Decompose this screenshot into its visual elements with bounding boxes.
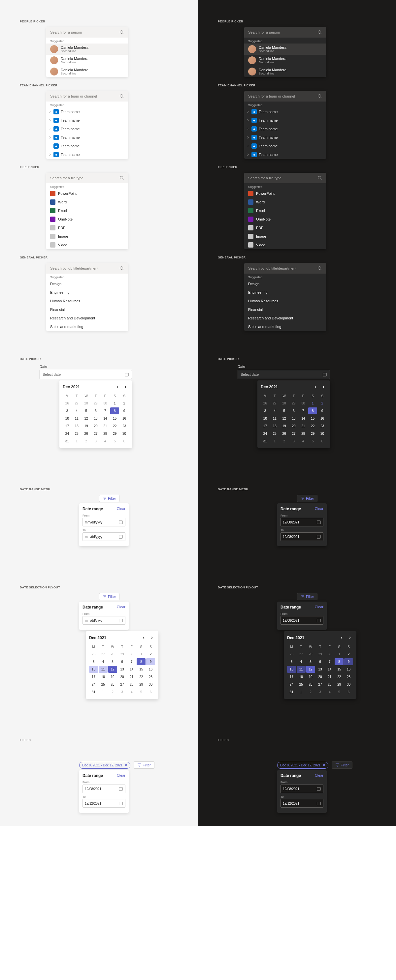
calendar-day[interactable]: 2 <box>280 438 289 445</box>
calendar-day[interactable]: 6 <box>118 658 127 665</box>
calendar-day[interactable]: 28 <box>108 651 117 658</box>
calendar-day[interactable]: 4 <box>299 438 308 445</box>
calendar-day[interactable]: 1 <box>308 400 317 407</box>
calendar-day[interactable]: 9 <box>120 407 129 414</box>
general-item[interactable]: Design <box>46 280 128 288</box>
calendar-day[interactable]: 30 <box>318 430 327 437</box>
calendar-day[interactable]: 27 <box>289 430 298 437</box>
calendar-day[interactable]: 24 <box>63 430 72 437</box>
calendar-day[interactable]: 8 <box>137 658 145 665</box>
clear-button[interactable]: Clear <box>315 773 323 778</box>
next-month-button[interactable] <box>320 384 327 390</box>
calendar-day[interactable]: 29 <box>308 430 317 437</box>
calendar-day[interactable]: 15 <box>335 666 343 673</box>
calendar-day[interactable]: 6 <box>316 658 325 665</box>
calendar-day[interactable]: 14 <box>101 415 110 422</box>
general-item[interactable]: Financial <box>46 305 128 314</box>
calendar-day[interactable]: 27 <box>270 400 279 407</box>
calendar-day[interactable]: 12 <box>82 415 91 422</box>
calendar-day[interactable]: 30 <box>325 651 334 658</box>
calendar-day[interactable]: 16 <box>344 666 353 673</box>
calendar-day[interactable]: 21 <box>101 423 110 430</box>
calendar-day[interactable]: 6 <box>318 438 327 445</box>
calendar-day[interactable]: 29 <box>91 400 100 407</box>
general-item[interactable]: Human Resources <box>46 297 128 305</box>
date-range-pill[interactable]: Dec 8, 2021 - Dec 12, 2021 ✕ <box>79 762 130 769</box>
calendar-day[interactable]: 31 <box>261 438 270 445</box>
to-input[interactable]: 12/12/2021 <box>83 799 125 808</box>
general-item[interactable]: Engineering <box>244 288 326 297</box>
calendar-day[interactable]: 28 <box>306 651 315 658</box>
calendar-day[interactable]: 28 <box>325 681 334 688</box>
search-input[interactable] <box>248 94 318 98</box>
clear-button[interactable]: Clear <box>117 773 125 778</box>
calendar-day[interactable]: 22 <box>335 673 343 680</box>
calendar-day[interactable]: 17 <box>63 423 72 430</box>
next-month-button[interactable] <box>122 384 129 390</box>
prev-month-button[interactable] <box>141 635 147 641</box>
calendar-day[interactable]: 22 <box>137 673 145 680</box>
calendar-day[interactable]: 26 <box>108 681 117 688</box>
calendar-day[interactable]: 1 <box>270 438 279 445</box>
to-input[interactable]: mm/dd/yyyy <box>83 532 125 541</box>
date-range-pill[interactable]: Dec 8, 2021 - Dec 12, 2021 ✕ <box>277 762 328 769</box>
from-input[interactable]: mm/dd/yyyy <box>83 616 125 625</box>
team-item[interactable]: ◆Team name <box>244 142 326 150</box>
calendar-day[interactable]: 18 <box>270 423 279 430</box>
search-input[interactable] <box>50 30 120 34</box>
calendar-day[interactable]: 3 <box>261 407 270 414</box>
search-row[interactable] <box>244 263 326 274</box>
calendar-day[interactable]: 25 <box>297 681 306 688</box>
calendar-day[interactable]: 5 <box>110 438 119 445</box>
calendar-day[interactable]: 28 <box>127 681 136 688</box>
search-input[interactable] <box>248 30 318 34</box>
calendar-day[interactable]: 26 <box>82 430 91 437</box>
calendar-day[interactable]: 25 <box>72 430 81 437</box>
calendar-day[interactable]: 25 <box>270 430 279 437</box>
to-input[interactable]: 12/12/2021 <box>281 799 323 808</box>
general-item[interactable]: Engineering <box>46 288 128 297</box>
calendar-day[interactable]: 29 <box>137 681 145 688</box>
calendar-day[interactable]: 8 <box>110 407 119 414</box>
calendar-day[interactable]: 27 <box>297 651 306 658</box>
calendar-day[interactable]: 23 <box>146 673 155 680</box>
file-item[interactable]: PDF <box>46 223 128 232</box>
calendar-day[interactable]: 1 <box>297 689 306 695</box>
calendar-day[interactable]: 27 <box>72 400 81 407</box>
team-item[interactable]: ◆Team name <box>46 125 128 133</box>
calendar-day[interactable]: 9 <box>146 658 155 665</box>
calendar-day[interactable]: 6 <box>146 689 155 695</box>
calendar-day[interactable]: 13 <box>316 666 325 673</box>
from-input[interactable]: mm/dd/yyyy <box>83 518 125 527</box>
general-item[interactable]: Human Resources <box>244 297 326 305</box>
calendar-day[interactable]: 18 <box>72 423 81 430</box>
team-item[interactable]: ◆Team name <box>46 116 128 125</box>
general-item[interactable]: Sales and marketing <box>244 322 326 331</box>
calendar-day[interactable]: 26 <box>261 400 270 407</box>
calendar-day[interactable]: 4 <box>270 407 279 414</box>
calendar-day[interactable]: 10 <box>287 666 296 673</box>
from-input[interactable]: 12/08/2021 <box>281 784 323 793</box>
person-item[interactable]: Daniela ManderaSecond line <box>46 43 128 55</box>
next-month-button[interactable] <box>346 635 353 641</box>
calendar-day[interactable]: 5 <box>280 407 289 414</box>
search-input[interactable] <box>50 94 120 98</box>
calendar-day[interactable]: 28 <box>82 400 91 407</box>
calendar-day[interactable]: 24 <box>287 681 296 688</box>
calendar-day[interactable]: 19 <box>280 423 289 430</box>
filter-button[interactable]: Filter <box>134 762 154 769</box>
calendar-day[interactable]: 27 <box>99 651 108 658</box>
calendar-day[interactable]: 9 <box>318 407 327 414</box>
calendar-day[interactable]: 3 <box>89 658 98 665</box>
calendar-day[interactable]: 5 <box>82 407 91 414</box>
calendar-day[interactable]: 11 <box>99 666 108 673</box>
close-icon[interactable]: ✕ <box>125 763 128 767</box>
calendar-day[interactable]: 20 <box>289 423 298 430</box>
team-item[interactable]: ◆Team name <box>244 150 326 159</box>
person-item[interactable]: Daniela ManderaSecond line <box>46 55 128 66</box>
calendar-day[interactable]: 27 <box>118 681 127 688</box>
calendar-day[interactable]: 3 <box>63 407 72 414</box>
general-item[interactable]: Financial <box>244 305 326 314</box>
calendar-day[interactable]: 12 <box>306 666 315 673</box>
calendar-day[interactable]: 11 <box>72 415 81 422</box>
